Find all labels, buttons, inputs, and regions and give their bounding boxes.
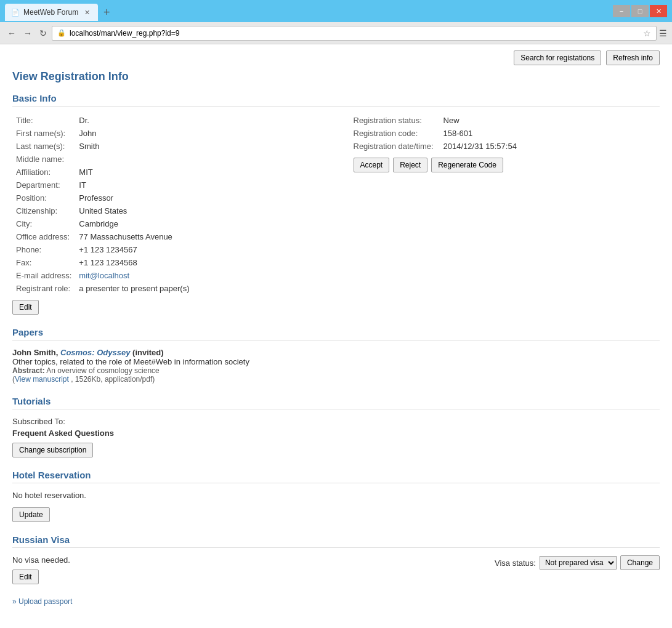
basic-info-left: Title:Dr. First name(s):John Last name(s…: [12, 114, 324, 315]
paper-topic: Other topics, related to the role of Mee…: [12, 357, 660, 366]
visa-status-select[interactable]: Not prepared visa Prepared Sent: [540, 556, 617, 570]
hotel-title: Hotel Reservation: [12, 470, 660, 483]
address-bar-lock-icon: 🔒: [57, 29, 66, 37]
no-hotel-text: No hotel reservation.: [12, 491, 660, 500]
visa-status-area: Visa status: Not prepared visa Prepared …: [495, 555, 660, 570]
visa-edit-button[interactable]: Edit: [12, 570, 39, 584]
abstract-label: Abstract:: [12, 366, 45, 375]
table-row: Position:Professor: [12, 191, 193, 204]
upload-passport-link[interactable]: » Upload passport: [12, 597, 72, 606]
table-row: Registration code: 158-601: [349, 127, 522, 140]
hotel-section: Hotel Reservation No hotel reservation. …: [12, 470, 660, 522]
bookmark-icon[interactable]: ☆: [643, 28, 651, 38]
tab-close-button[interactable]: ✕: [82, 7, 92, 17]
email-link[interactable]: mit@localhost: [79, 271, 129, 280]
paper-invited: (invited): [132, 348, 164, 357]
reject-button[interactable]: Reject: [393, 158, 427, 172]
table-row: Phone:+1 123 1234567: [12, 243, 193, 256]
basic-info-title: Basic Info: [12, 93, 660, 107]
table-row: Registration date/time: 2014/12/31 15:57…: [349, 140, 522, 153]
window-controls: − □ ✕: [613, 5, 667, 17]
registration-info-table: Registration status: New Registration co…: [349, 114, 522, 153]
subscribed-label: Subscribed To:: [12, 417, 660, 426]
reload-button[interactable]: ↻: [37, 26, 49, 41]
maximize-button[interactable]: □: [631, 5, 649, 17]
refresh-info-button[interactable]: Refresh info: [606, 50, 660, 65]
regenerate-code-button[interactable]: Regenerate Code: [431, 158, 503, 172]
new-tab-button[interactable]: +: [98, 4, 115, 21]
top-action-buttons: Search for registations Refresh info: [12, 50, 660, 65]
tutorials-section: Tutorials Subscribed To: Frequent Asked …: [12, 396, 660, 457]
edit-btn-row: Edit: [12, 300, 324, 315]
no-visa-text: No visa needed. Edit: [12, 555, 70, 584]
table-row: First name(s):John: [12, 127, 193, 140]
basic-info-edit-button[interactable]: Edit: [12, 300, 39, 315]
table-row: Title:Dr.: [12, 114, 193, 127]
paper-manuscript-row: (View manuscript , 1526Kb, application/p…: [12, 375, 660, 384]
upload-passport-row: » Upload passport: [12, 597, 660, 606]
table-row: Department:IT: [12, 179, 193, 191]
search-registrations-button[interactable]: Search for registations: [514, 50, 601, 65]
table-row: Affiliation:MIT: [12, 166, 193, 179]
tab-icon: 📄: [11, 9, 20, 17]
table-row: Registration status: New: [349, 114, 522, 127]
tutorial-name: Frequent Asked Questions: [12, 429, 660, 438]
info-table: Title:Dr. First name(s):John Last name(s…: [12, 114, 193, 295]
table-row: Middle name:: [12, 153, 193, 166]
page-content: Search for registations Refresh info Vie…: [0, 44, 672, 628]
file-info: , 1526Kb, application/pdf: [71, 375, 152, 384]
basic-info-layout: Title:Dr. First name(s):John Last name(s…: [12, 114, 660, 315]
table-row: Registrant role:a presenter to present p…: [12, 282, 193, 295]
close-button[interactable]: ✕: [650, 5, 667, 17]
basic-info-section: Basic Info Title:Dr. First name(s):John …: [12, 93, 660, 315]
minimize-button[interactable]: −: [613, 5, 630, 17]
table-row: Office address:77 Massachusetts Avenue: [12, 230, 193, 243]
navigation-bar: ← → ↻ 🔒 ☆ ☰: [0, 22, 672, 44]
paper-entry: John Smith, Cosmos: Odyssey (invited) Ot…: [12, 348, 660, 384]
basic-info-right: Registration status: New Registration co…: [349, 114, 660, 315]
change-subscription-button[interactable]: Change subscription: [12, 443, 93, 457]
paper-author-title: John Smith, Cosmos: Odyssey (invited): [12, 348, 660, 357]
russian-visa-title: Russian Visa: [12, 534, 660, 548]
table-row: Last name(s):Smith: [12, 140, 193, 153]
forward-button[interactable]: →: [21, 26, 34, 41]
view-manuscript-link[interactable]: View manuscript: [15, 375, 69, 384]
papers-title: Papers: [12, 327, 660, 340]
papers-section: Papers John Smith, Cosmos: Odyssey (invi…: [12, 327, 660, 384]
address-input[interactable]: [70, 29, 639, 38]
menu-icon[interactable]: ☰: [659, 28, 667, 38]
accept-button[interactable]: Accept: [354, 158, 390, 172]
browser-tab[interactable]: 📄 MeetWeb Forum ✕: [5, 4, 98, 21]
russian-visa-section: Russian Visa No visa needed. Edit Visa s…: [12, 534, 660, 606]
page-title: View Registration Info: [12, 70, 660, 83]
tab-title: MeetWeb Forum: [23, 8, 78, 17]
table-row: Citizenship:United States: [12, 204, 193, 217]
back-button[interactable]: ←: [5, 26, 18, 41]
paper-abstract: Abstract: An overview of cosmology scien…: [12, 366, 660, 375]
paper-title-link[interactable]: Cosmos: Odyssey: [60, 348, 130, 357]
hotel-update-button[interactable]: Update: [12, 507, 50, 522]
tutorials-title: Tutorials: [12, 396, 660, 409]
table-row: City:Cambridge: [12, 217, 193, 230]
paper-author: John Smith,: [12, 348, 60, 357]
visa-status-label: Visa status:: [495, 558, 536, 568]
abstract-text: An overview of cosmology science: [46, 366, 159, 375]
table-row: Fax:+1 123 1234568: [12, 256, 193, 269]
visa-change-button[interactable]: Change: [620, 555, 660, 570]
visa-main-row: No visa needed. Edit Visa status: Not pr…: [12, 555, 660, 584]
table-row: E-mail address: mit@localhost: [12, 269, 193, 282]
registration-action-buttons: Accept Reject Regenerate Code: [349, 158, 660, 172]
